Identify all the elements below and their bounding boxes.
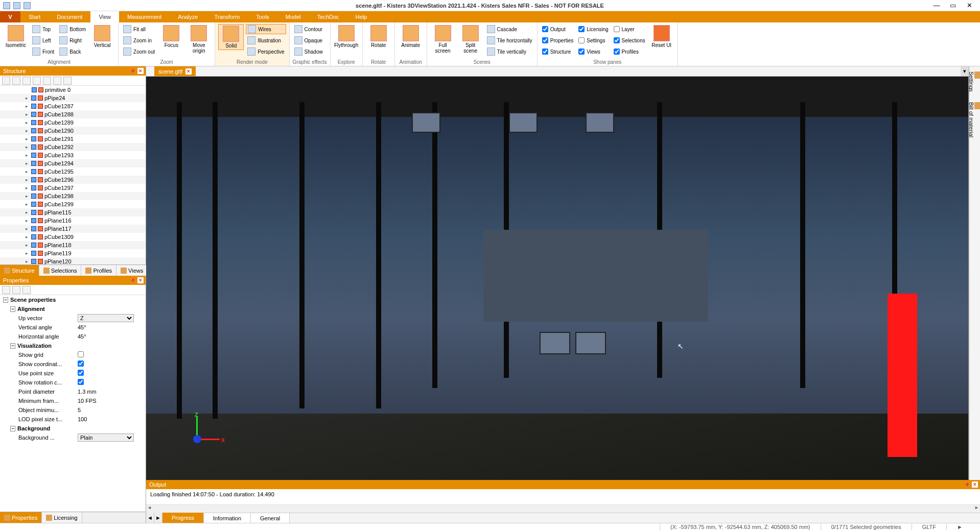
move-origin-button[interactable]: Move origin xyxy=(186,24,212,55)
expand-icon[interactable]: ▸ xyxy=(26,112,30,117)
prop-point-diameter[interactable]: Point diameter1.3 mm xyxy=(0,387,146,396)
tree-node[interactable]: ▸pCube1287 xyxy=(0,102,146,110)
tree-node[interactable]: ▸pPlane119 xyxy=(0,249,146,257)
tab-profiles[interactable]: Profiles xyxy=(81,265,116,276)
prop-btn-1[interactable] xyxy=(2,286,10,294)
expand-icon[interactable]: ▸ xyxy=(26,169,30,174)
output-text[interactable]: Loading finished 14:07:50 - Load duratio… xyxy=(146,489,980,504)
visibility-check-icon[interactable] xyxy=(31,226,36,231)
tree-node[interactable]: ▸pPlane118 xyxy=(0,241,146,249)
zoom-in-button[interactable]: Zoom in xyxy=(122,35,156,45)
tree-node[interactable]: ▸pCube1297 xyxy=(0,184,146,192)
show-rotation-check[interactable] xyxy=(78,379,84,385)
back-button[interactable]: Back xyxy=(58,46,87,57)
maximize-button[interactable]: ▭ xyxy=(948,1,958,10)
point-size-check[interactable] xyxy=(78,370,84,376)
tree-node[interactable]: ▸pCube1299 xyxy=(0,200,146,208)
tree-node[interactable]: ▸pPlane116 xyxy=(0,216,146,225)
tree-node[interactable]: ▸pCube1298 xyxy=(0,192,146,200)
prop-min-fram[interactable]: Minimum fram...10 FPS xyxy=(0,396,146,405)
solid-button[interactable]: Solid xyxy=(218,24,244,50)
vtab-bom[interactable]: Bill of material xyxy=(967,99,981,140)
prop-show-rotation[interactable]: Show rotation c... xyxy=(0,378,146,387)
pin-icon[interactable]: 📌 xyxy=(130,278,135,283)
tree-btn-4[interactable] xyxy=(33,77,41,85)
rotate-button[interactable]: Rotate xyxy=(366,24,391,49)
close-panel-icon[interactable]: ✕ xyxy=(137,277,144,283)
tree-btn-7[interactable] xyxy=(63,77,72,85)
tree-node[interactable]: ▸pCube1294 xyxy=(0,159,146,167)
visibility-check-icon[interactable] xyxy=(31,95,36,101)
prop-vertical-angle[interactable]: Vertical angle45° xyxy=(0,323,146,332)
tab-properties[interactable]: Properties xyxy=(0,512,42,523)
tile-v-button[interactable]: Tile vertically xyxy=(485,46,534,57)
tree-node[interactable]: ▸pPlane117 xyxy=(0,225,146,233)
tree-btn-3[interactable] xyxy=(22,77,31,85)
opaque-button[interactable]: Opaque xyxy=(293,35,324,45)
alignment-group[interactable]: −Alignment xyxy=(0,304,146,314)
prop-up-vector[interactable]: Up vectorZ xyxy=(0,314,146,323)
wires-button[interactable]: Wires xyxy=(246,24,286,34)
tab-views[interactable]: Views xyxy=(116,265,148,276)
visibility-check-icon[interactable] xyxy=(31,136,36,141)
expand-icon[interactable]: ▸ xyxy=(26,234,30,239)
tree-node[interactable]: ▸pCube1289 xyxy=(0,118,146,127)
split-scene-button[interactable]: Split scene xyxy=(458,24,483,55)
up-vector-select[interactable]: Z xyxy=(78,314,134,322)
tile-h-button[interactable]: Tile horizontally xyxy=(485,35,534,45)
properties-grid[interactable]: −Scene properties −Alignment Up vectorZ … xyxy=(0,295,146,512)
close-panel-icon[interactable]: ✕ xyxy=(972,481,978,488)
pane-output[interactable]: Output xyxy=(541,24,575,34)
tab-scroll-right[interactable]: ► xyxy=(154,513,162,523)
pane-layer[interactable]: Layer xyxy=(612,24,647,34)
tree-node[interactable]: ▸pCube1293 xyxy=(0,151,146,159)
pane-profiles[interactable]: Profiles xyxy=(612,46,647,57)
visibility-check-icon[interactable] xyxy=(31,120,36,125)
visibility-check-icon[interactable] xyxy=(31,153,36,158)
zoom-out-button[interactable]: Zoom out xyxy=(122,46,156,57)
show-grid-check[interactable] xyxy=(78,351,84,357)
tree-node[interactable]: ▸pCube1295 xyxy=(0,167,146,176)
prop-obj-min[interactable]: Object minimu...5 xyxy=(0,405,146,415)
tree-btn-5[interactable] xyxy=(43,77,51,85)
out-tab-general[interactable]: General xyxy=(251,513,290,523)
expand-icon[interactable]: ▸ xyxy=(26,210,30,215)
tree-node[interactable]: ▸pPlane115 xyxy=(0,208,146,216)
expand-icon[interactable]: ▸ xyxy=(26,161,30,166)
visualization-group[interactable]: −Visualization xyxy=(0,341,146,350)
tab-licensing[interactable]: Licensing xyxy=(42,512,82,523)
minimize-button[interactable]: — xyxy=(932,1,941,10)
tree-btn-6[interactable] xyxy=(53,77,61,85)
output-hscroll[interactable] xyxy=(146,504,980,513)
bg-select[interactable]: Plain xyxy=(78,433,134,442)
tree-node[interactable]: ▸pPlane120 xyxy=(0,257,146,264)
expand-icon[interactable]: ▸ xyxy=(26,194,30,199)
contour-button[interactable]: Contour xyxy=(293,24,324,34)
pin-icon[interactable]: 📌 xyxy=(964,482,970,487)
ribbon-tab-transform[interactable]: Transform xyxy=(206,11,248,22)
visibility-check-icon[interactable] xyxy=(31,112,36,117)
expand-icon[interactable]: ▸ xyxy=(26,120,30,125)
perspective-button[interactable]: Perspective xyxy=(246,46,286,57)
ribbon-tab-help[interactable]: Help xyxy=(347,11,376,22)
pane-settings[interactable]: Settings xyxy=(577,35,610,45)
pane-views[interactable]: Views xyxy=(577,46,610,57)
qat-btn-2[interactable] xyxy=(13,2,20,9)
tab-structure[interactable]: Structure xyxy=(0,265,39,276)
bottom-button[interactable]: Bottom xyxy=(58,24,87,34)
expand-all-icon[interactable] xyxy=(2,77,10,85)
out-tab-progress[interactable]: Progress xyxy=(162,513,204,523)
axis-gizmo[interactable]: Z X xyxy=(187,414,223,449)
tree-node[interactable]: ▸pCube1291 xyxy=(0,135,146,143)
scene-properties-group[interactable]: −Scene properties xyxy=(0,295,146,304)
expand-icon[interactable]: ▸ xyxy=(26,136,30,141)
tree-node[interactable]: ▸pCube1296 xyxy=(0,176,146,184)
prop-lod[interactable]: LOD pixel size t...100 xyxy=(0,415,146,424)
prop-btn-2[interactable] xyxy=(12,286,20,294)
animate-button[interactable]: Animate xyxy=(398,24,424,49)
visibility-check-icon[interactable] xyxy=(31,259,36,264)
illustration-button[interactable]: Illustration xyxy=(246,35,286,45)
out-tab-information[interactable]: Information xyxy=(204,513,251,523)
ribbon-file-tab[interactable]: V xyxy=(0,11,20,22)
qat-btn-3[interactable] xyxy=(24,2,31,9)
